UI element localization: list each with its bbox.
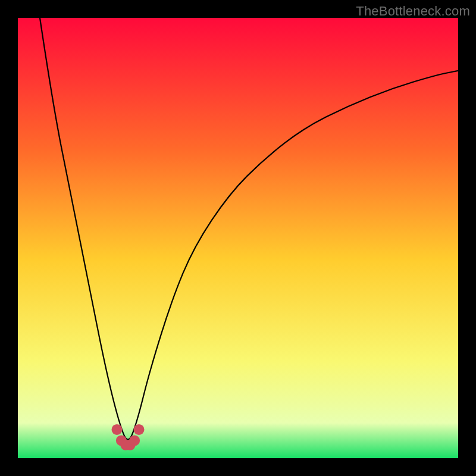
gradient-background	[18, 18, 458, 458]
minimum-marker	[134, 424, 145, 435]
minimum-marker	[112, 424, 123, 435]
chart-frame: TheBottleneck.com	[0, 0, 476, 476]
watermark-text: TheBottleneck.com	[356, 4, 470, 19]
minimum-marker	[129, 435, 140, 446]
chart-svg	[18, 18, 458, 458]
plot-area	[18, 18, 458, 458]
